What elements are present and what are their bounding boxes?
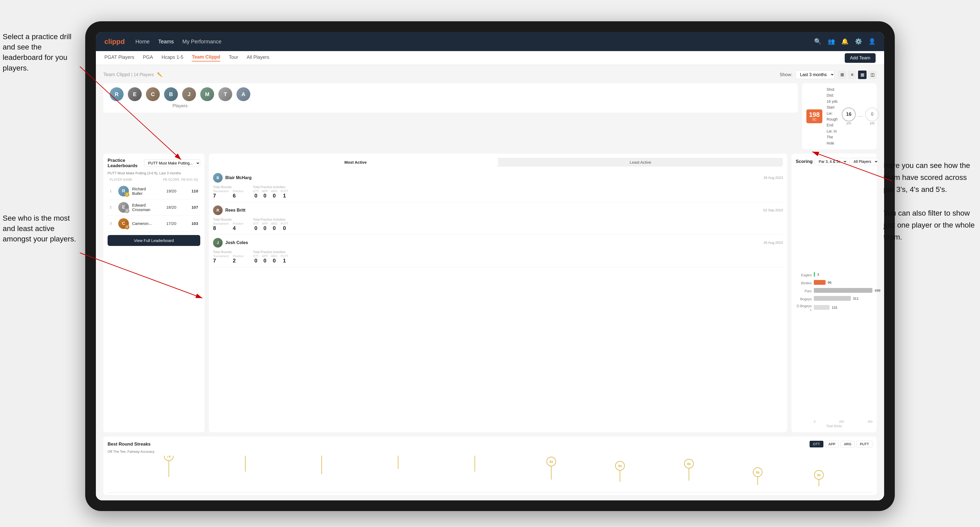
- people-icon[interactable]: 👥: [828, 38, 835, 45]
- nav-home[interactable]: Home: [135, 39, 150, 45]
- player-card-3-header: J Josh Coles 26 Aug 2023: [213, 238, 783, 248]
- three-panel: Practice Leaderboards PUTT Must Make Put…: [103, 154, 877, 432]
- scoring-panel: Scoring Par 3, 4 & 5s All Players Eagles: [791, 154, 877, 432]
- team-title: Team Clippd | 14 Players ✏️: [103, 72, 162, 77]
- chart-row-pars: Pars 499: [796, 288, 872, 294]
- leaderboard-subtitle: PUTT Must Make Putting (3-6 ft), Last 3 …: [108, 171, 200, 175]
- lb-row-2: 2 E 2 Edward Crossman 18/20 107: [108, 199, 200, 216]
- players-shot-row: R E C B J M T A Players: [103, 83, 877, 149]
- lb-row-1: 1 R 1 Richard Butler 19/20 110: [108, 183, 200, 199]
- leaderboard-title: Practice Leaderboards: [108, 158, 144, 168]
- streaks-chart: 7x 6x 6x 5x: [108, 456, 872, 493]
- player-3-stats: Total Rounds Tournament 7 Practice 2: [213, 250, 783, 264]
- subnav-all-players[interactable]: All Players: [247, 55, 269, 61]
- streak-dot-6: 4x: [546, 457, 556, 479]
- tab-most-active[interactable]: Most Active: [213, 158, 498, 167]
- chart-row-eagles: Eagles 3: [796, 272, 872, 278]
- nav-teams[interactable]: Teams: [158, 39, 174, 45]
- subnav-pgat[interactable]: PGAT Players: [104, 55, 134, 61]
- detail-view-icon[interactable]: ◫: [868, 71, 877, 79]
- practice-leaderboards-panel: Practice Leaderboards PUTT Must Make Put…: [103, 154, 205, 432]
- lb-columns: PLAYER NAME PB SCORE PB AVG SQ: [108, 178, 200, 181]
- player-avatar-josh: J: [213, 238, 223, 248]
- avatar-1[interactable]: R: [110, 87, 124, 101]
- streak-dot-2: 6x: [240, 456, 250, 471]
- avatar-icon[interactable]: 👤: [869, 38, 876, 45]
- lb-badge-bronze: 3: [125, 225, 129, 229]
- avatar-6[interactable]: M: [200, 87, 214, 101]
- add-team-button[interactable]: Add Team: [845, 53, 876, 63]
- lb-badge-gold: 1: [125, 192, 129, 197]
- main-content: Team Clippd | 14 Players ✏️ Show: Last 3…: [96, 65, 884, 500]
- streaks-ott-btn[interactable]: OTT: [810, 441, 823, 448]
- streaks-putt-btn[interactable]: PUTT: [856, 441, 872, 448]
- streak-dot-3: 6x: [317, 456, 326, 474]
- player-card-3: J Josh Coles 26 Aug 2023 Total Rounds To…: [213, 235, 783, 267]
- bar-eagles: [814, 272, 815, 277]
- shot-circle-dist: 16: [842, 108, 856, 121]
- players-label: Players: [173, 103, 188, 109]
- avatar-7[interactable]: T: [218, 87, 232, 101]
- streaks-arg-btn[interactable]: ARG: [840, 441, 855, 448]
- tablet-frame: clippd Home Teams My Performance 🔍 👥 🔔 ⚙…: [85, 21, 895, 511]
- annotation-bottom-left: See who is the most and least active amo…: [3, 213, 83, 244]
- player-avatar-rees: R: [213, 205, 223, 215]
- player-card-2: R Rees Britt 02 Sep 2023 Total Rounds To…: [213, 202, 783, 235]
- avatar-8[interactable]: A: [237, 87, 250, 101]
- subnav-tour[interactable]: Tour: [229, 55, 238, 61]
- streaks-app-btn[interactable]: APP: [825, 441, 839, 448]
- grid-view-icon[interactable]: ⊞: [838, 71, 846, 79]
- nav-icons: 🔍 👥 🔔 ⚙️ 👤: [814, 38, 876, 45]
- annotation-top-right: Here you can see how theteam have scored…: [884, 160, 975, 243]
- tab-least-active[interactable]: Least Active: [498, 158, 783, 167]
- chart-baseline: [108, 492, 872, 493]
- scoring-player-filter[interactable]: All Players: [850, 158, 878, 165]
- streak-dot-10: 3x: [814, 470, 824, 486]
- settings-icon[interactable]: ⚙️: [855, 38, 862, 45]
- leaderboard-header: Practice Leaderboards PUTT Must Make Put…: [108, 158, 200, 168]
- avatar-5[interactable]: J: [182, 87, 196, 101]
- shot-info: Shot Dist: 16 yds Start Lie: Rough End L…: [827, 86, 838, 146]
- streaks-panel: Best Round Streaks OTT APP ARG PUTT Off …: [103, 437, 877, 495]
- lb-row-3: 3 C 3 Cameron... 17/20 103: [108, 216, 200, 232]
- team-title-group: Team Clippd | 14 Players ✏️: [103, 72, 162, 78]
- nav-performance[interactable]: My Performance: [182, 39, 221, 45]
- list-view-icon[interactable]: ≡: [848, 71, 856, 79]
- avatar-4[interactable]: B: [164, 87, 178, 101]
- lb-avatar-1: R 1: [118, 186, 129, 197]
- streak-dot-4: 5x: [393, 456, 403, 469]
- navbar: clippd Home Teams My Performance 🔍 👥 🔔 ⚙…: [96, 32, 884, 51]
- streak-dot-1: 7x: [164, 456, 173, 477]
- player-avatar-blair: B: [213, 173, 223, 183]
- show-filter-group: Show: Last 3 months ⊞ ≡ ▦ ◫: [780, 70, 877, 79]
- show-select[interactable]: Last 3 months: [795, 70, 835, 79]
- avatar-3[interactable]: C: [146, 87, 160, 101]
- lb-avatar-3: C 3: [118, 218, 129, 229]
- chart-x-axis: 0 200 400: [796, 420, 872, 423]
- activity-panel: Most Active Least Active B Blair McHarg …: [209, 154, 787, 432]
- subnav-pga[interactable]: PGA: [143, 55, 153, 61]
- scoring-header: Scoring Par 3, 4 & 5s All Players: [796, 158, 872, 165]
- chart-row-bogeys: Bogeys 311: [796, 296, 872, 302]
- view-icons: ⊞ ≡ ▦ ◫: [838, 71, 877, 79]
- avatar-2[interactable]: E: [128, 87, 142, 101]
- streak-dot-9: 3x: [753, 467, 762, 485]
- search-icon[interactable]: 🔍: [814, 38, 821, 45]
- shot-circle-zero: 0: [865, 108, 879, 121]
- bell-icon[interactable]: 🔔: [841, 38, 848, 45]
- leaderboard-filter[interactable]: PUTT Must Make Putting...: [144, 159, 200, 167]
- player-card-1-header: B Blair McHarg 26 Aug 2023: [213, 173, 783, 183]
- bar-birdies: [814, 280, 826, 285]
- subnav-team-clippd[interactable]: Team Clippd: [192, 54, 220, 62]
- bar-pars: [814, 288, 872, 293]
- scoring-chart: Eagles 3 Birdies 96: [796, 168, 872, 418]
- activity-tabs: Most Active Least Active: [213, 158, 783, 167]
- scoring-par-filter[interactable]: Par 3, 4 & 5s: [815, 158, 847, 165]
- view-full-leaderboard-button[interactable]: View Full Leaderboard: [108, 235, 200, 246]
- players-row: R E C B J M T A Players: [103, 83, 798, 113]
- annotation-top-left: Select a practice drill and see the lead…: [3, 32, 83, 73]
- card-view-icon[interactable]: ▦: [858, 71, 867, 79]
- chart-row-dbogeys: D.Bogeys + 131: [796, 304, 872, 312]
- subnav-hcaps[interactable]: Hcaps 1-5: [161, 55, 183, 61]
- streak-dot-5: 5x: [470, 456, 480, 471]
